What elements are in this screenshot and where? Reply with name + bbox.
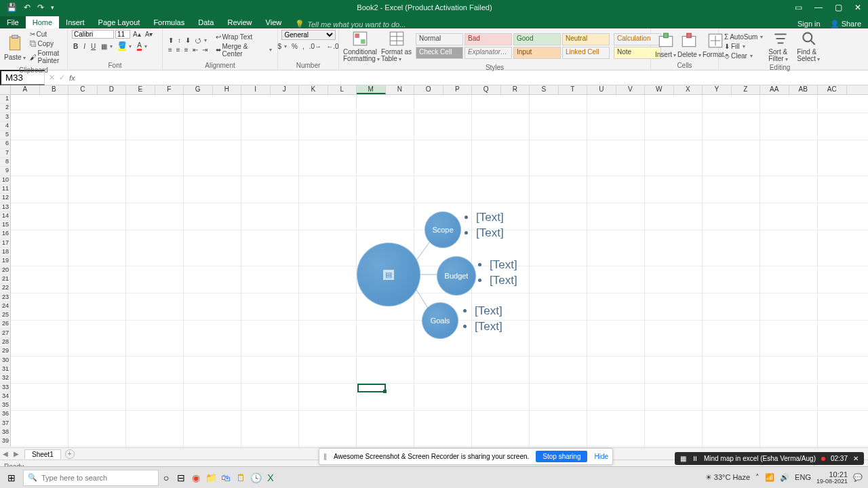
col-header-S[interactable]: S: [530, 85, 559, 94]
row-header-13[interactable]: 13: [0, 203, 10, 212]
row-header-37[interactable]: 37: [0, 420, 10, 428]
close-icon[interactable]: ✕: [854, 3, 861, 12]
col-header-F[interactable]: F: [155, 85, 184, 94]
col-header-U[interactable]: U: [587, 85, 616, 94]
row-header-23[interactable]: 23: [0, 293, 10, 302]
sort-filter-button[interactable]: Sort & Filter: [768, 30, 793, 62]
tray-expand-icon[interactable]: ˄: [755, 473, 760, 482]
row-header-1[interactable]: 1: [0, 95, 10, 104]
fill-button[interactable]: ⬇Fill: [723, 42, 764, 51]
tell-me[interactable]: 💡 Tell me what you want to do...: [295, 20, 406, 28]
col-header-T[interactable]: T: [559, 85, 588, 94]
bullets-budget[interactable]: [Text][Text]: [479, 256, 517, 289]
autosum-button[interactable]: ΣAutoSum: [723, 33, 764, 41]
select-all-corner[interactable]: [0, 85, 11, 94]
col-header-E[interactable]: E: [126, 85, 155, 94]
comma-format-icon[interactable]: ,: [301, 42, 306, 51]
stop-sharing-button[interactable]: Stop sharing: [536, 451, 587, 462]
tab-insert[interactable]: Insert: [59, 16, 92, 28]
tab-file[interactable]: File: [0, 16, 26, 28]
merge-center-button[interactable]: ⬌Merge & Center: [214, 42, 273, 58]
conditional-formatting-button[interactable]: Conditional Formatting: [343, 30, 377, 62]
style-neutral[interactable]: Neutral: [562, 33, 610, 45]
row-header-25[interactable]: 25: [0, 311, 10, 320]
style-input[interactable]: Input: [513, 47, 561, 59]
col-header-O[interactable]: O: [414, 85, 443, 94]
col-header-K[interactable]: K: [299, 85, 328, 94]
row-header-32[interactable]: 32: [0, 374, 10, 383]
center-node[interactable]: ▤: [357, 243, 420, 306]
align-bottom-icon[interactable]: ⬇: [184, 36, 192, 45]
sheet-nav-prev[interactable]: ◀: [0, 450, 11, 458]
borders-button[interactable]: ▦: [100, 41, 114, 52]
italic-button[interactable]: I: [82, 41, 87, 52]
col-header-V[interactable]: V: [616, 85, 646, 94]
chrome-icon[interactable]: ◉: [189, 470, 203, 485]
row-header-34[interactable]: 34: [0, 392, 10, 401]
node-budget[interactable]: Budget: [437, 256, 476, 296]
row-header-10[interactable]: 10: [0, 176, 10, 185]
row-header-20[interactable]: 20: [0, 266, 10, 275]
share-button[interactable]: 👤Share: [830, 20, 861, 28]
new-sheet-button[interactable]: +: [65, 449, 75, 459]
orientation-icon[interactable]: ⭯: [193, 36, 208, 45]
indent-increase-icon[interactable]: ⇥: [201, 45, 209, 54]
indent-decrease-icon[interactable]: ⇤: [191, 45, 199, 54]
increase-decimal-icon[interactable]: .0→: [308, 42, 323, 51]
col-header-R[interactable]: R: [501, 85, 530, 94]
cells-area[interactable]: ▤ Scope Budget Goals [Text][Text] [Text]…: [11, 95, 868, 447]
excel-taskbar-icon[interactable]: X: [263, 470, 278, 485]
recording-close-icon[interactable]: ✕: [853, 455, 859, 462]
cut-button[interactable]: ✂Cut: [28, 30, 63, 39]
col-header-L[interactable]: L: [328, 85, 357, 94]
style-linked-cell[interactable]: Linked Cell: [562, 47, 610, 59]
align-top-icon[interactable]: ⬆: [167, 36, 175, 45]
row-header-14[interactable]: 14: [0, 212, 10, 221]
align-left-icon[interactable]: ≡: [167, 45, 174, 54]
col-header-Y[interactable]: Y: [703, 85, 732, 94]
row-header-9[interactable]: 9: [0, 167, 10, 176]
maximize-icon[interactable]: ▢: [835, 3, 842, 12]
row-header-24[interactable]: 24: [0, 302, 10, 311]
increase-font-icon[interactable]: A▴: [132, 30, 142, 39]
row-header-11[interactable]: 11: [0, 185, 10, 194]
decrease-decimal-icon[interactable]: ←.0: [325, 42, 340, 51]
row-header-16[interactable]: 16: [0, 230, 10, 239]
store-icon[interactable]: 🛍: [218, 470, 233, 485]
format-as-table-button[interactable]: Format as Table: [381, 30, 412, 62]
tab-home[interactable]: Home: [26, 16, 59, 28]
copy-button[interactable]: ⿻Copy: [28, 39, 63, 48]
smartart-mindmap[interactable]: ▤ Scope Budget Goals [Text][Text] [Text]…: [350, 203, 567, 352]
row-header-26[interactable]: 26: [0, 320, 10, 329]
row-header-33[interactable]: 33: [0, 384, 10, 392]
notifications-icon[interactable]: 💬: [853, 473, 863, 482]
row-header-17[interactable]: 17: [0, 239, 10, 248]
minimize-icon[interactable]: —: [814, 3, 823, 12]
row-header-2[interactable]: 2: [0, 104, 10, 113]
col-header-X[interactable]: X: [674, 85, 703, 94]
sign-in-link[interactable]: Sign in: [797, 20, 821, 28]
task-view-icon[interactable]: ⊟: [174, 470, 189, 485]
hide-sharing-button[interactable]: Hide: [594, 453, 608, 460]
recording-pill[interactable]: ▦⏸ Mind map in excel (Esha Verma/Aug) 02…: [675, 452, 864, 465]
tray-clock[interactable]: 10:21: [816, 470, 848, 479]
style-bad[interactable]: Bad: [465, 33, 512, 45]
row-header-38[interactable]: 38: [0, 428, 10, 437]
row-header-18[interactable]: 18: [0, 248, 10, 257]
row-header-39[interactable]: 39: [0, 437, 10, 446]
row-header-27[interactable]: 27: [0, 329, 10, 338]
col-header-N[interactable]: N: [386, 85, 415, 94]
find-select-button[interactable]: Find & Select: [797, 30, 821, 62]
col-header-H[interactable]: H: [213, 85, 242, 94]
worksheet-grid[interactable]: ABCDEFGHIJKLMNOPQRSTUVWXYZAAABAC 1234567…: [0, 85, 868, 447]
row-header-31[interactable]: 31: [0, 365, 10, 374]
sheet-nav-next[interactable]: ▶: [11, 450, 22, 458]
file-explorer-icon[interactable]: 📁: [203, 470, 218, 485]
format-painter-button[interactable]: 🖌Format Painter: [28, 49, 63, 65]
tab-review[interactable]: Review: [220, 16, 258, 28]
percent-format-icon[interactable]: %: [290, 42, 299, 51]
row-header-12[interactable]: 12: [0, 194, 10, 203]
row-header-36[interactable]: 36: [0, 410, 10, 419]
font-size-select[interactable]: [115, 30, 130, 39]
col-header-W[interactable]: W: [645, 85, 674, 94]
